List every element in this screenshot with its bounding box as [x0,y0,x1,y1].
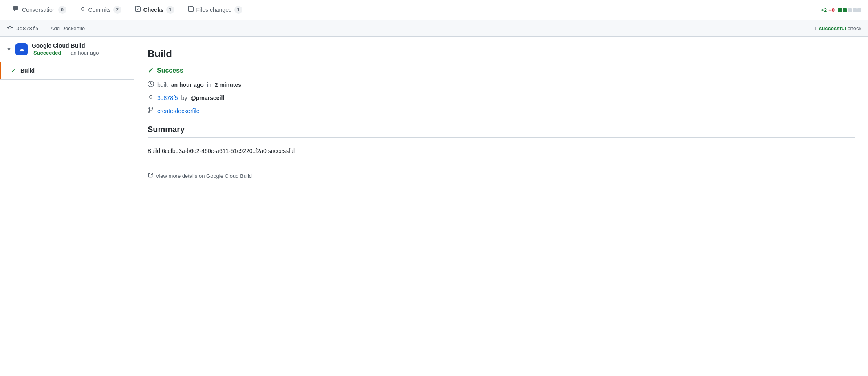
sidebar-item-build-label: Build [20,67,35,74]
commit-info: 3d878f5 — Add Dockerfile [7,24,85,32]
status-label: Success [157,67,183,74]
diff-bar-3 [848,8,852,12]
group-title: Google Cloud Build [32,42,85,49]
check-result: 1 successful check [814,25,861,31]
tab-checks-badge: 1 [166,6,174,14]
diff-stat: +2 −0 [821,1,861,19]
gcloud-icon-inner: ☁ [18,45,25,53]
commits-icon [79,6,86,14]
tab-commits[interactable]: Commits 2 [73,0,128,20]
tab-commits-label: Commits [88,7,111,13]
commit-message: Add Dockerfile [51,25,85,31]
tab-checks-label: Checks [143,7,164,13]
build-meta-branch: create-dockerfile [148,107,855,115]
gcloud-icon: ☁ [15,43,28,55]
diff-bar-5 [857,8,861,12]
status-check-icon: ✓ [148,66,154,75]
check-success-icon: ✓ [11,66,16,74]
tab-bar: Conversation 0 Commits 2 Checks 1 Files … [0,0,868,20]
diff-bar-4 [853,8,857,12]
tab-files-changed[interactable]: Files changed 1 [181,0,249,20]
sidebar-group-gcloud: ▼ ☁ Google Cloud Build Succeeded — an ho… [0,37,134,80]
commit-hash-icon [7,24,13,32]
diff-bars [838,8,861,12]
sidebar-item-build[interactable]: ✓ Build [0,62,134,79]
branch-icon [148,107,154,115]
build-title: Build [148,48,855,60]
build-status: ✓ Success [148,66,855,75]
in-label: in [207,82,211,88]
group-status-detail: — an hour ago [64,50,99,56]
tab-checks[interactable]: Checks 1 [128,0,181,20]
summary-title: Summary [148,125,855,138]
group-header-info: Google Cloud Build Succeeded — an hour a… [32,42,99,56]
commit-sha: 3d878f5 [16,25,39,31]
main-layout: ▼ ☁ Google Cloud Build Succeeded — an ho… [0,37,868,322]
external-link-icon [148,173,153,179]
commit-sha-link[interactable]: 3d878f5 [157,95,178,101]
check-label: successful [819,25,846,31]
tab-conversation-label: Conversation [22,7,56,13]
built-time: an hour ago [171,82,204,88]
view-details-label: View more details on Google Cloud Build [156,173,252,179]
check-suffix: check [848,25,861,31]
diff-add: +2 [821,7,827,13]
summary-text: Build 6ccfbe3a-b6e2-460e-a611-51c9220cf2… [148,143,855,159]
tab-commits-badge: 2 [113,6,121,14]
diff-del: −0 [828,7,835,13]
sidebar-group-header-gcloud[interactable]: ▼ ☁ Google Cloud Build Succeeded — an ho… [0,37,134,62]
checks-icon [134,6,141,14]
content-panel: Build ✓ Success built an hour ago in 2 m… [134,37,868,322]
commit-author: @pmarsceill [190,95,224,101]
group-status: Succeeded [33,50,62,56]
commit-icon [148,94,154,102]
check-count: 1 [814,25,817,31]
tab-conversation[interactable]: Conversation 0 [7,0,73,20]
view-details-link[interactable]: View more details on Google Cloud Build [148,169,855,179]
group-status-row: Succeeded — an hour ago [32,50,99,56]
tab-files-changed-badge: 1 [234,6,242,14]
build-duration: 2 minutes [215,82,241,88]
chevron-down-icon: ▼ [7,46,11,52]
by-label: by [181,95,187,101]
diff-bar-2 [843,8,847,12]
sidebar: ▼ ☁ Google Cloud Build Succeeded — an ho… [0,37,134,322]
diff-bar-1 [838,8,842,12]
built-label: built [157,82,168,88]
conversation-icon [13,6,20,14]
tab-conversation-badge: 0 [58,6,66,14]
group-title-row: Google Cloud Build [32,42,99,49]
build-meta-time: built an hour ago in 2 minutes [148,81,855,89]
clock-icon [148,81,154,89]
branch-link[interactable]: create-dockerfile [157,108,200,114]
commit-separator: — [42,25,47,31]
files-changed-icon [187,6,194,14]
build-meta-commit: 3d878f5 by @pmarsceill [148,94,855,102]
commit-bar: 3d878f5 — Add Dockerfile 1 successful ch… [0,20,868,37]
tab-files-changed-label: Files changed [196,7,232,13]
